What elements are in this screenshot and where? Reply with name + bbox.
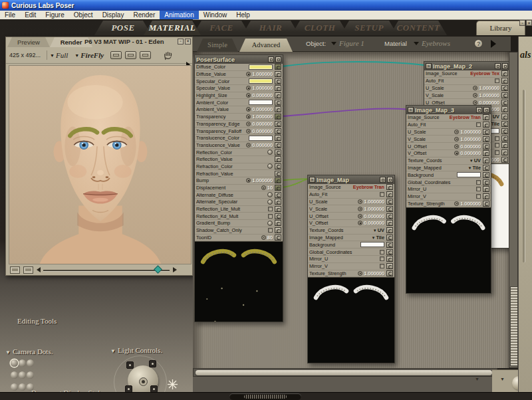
- node-plug[interactable]: [501, 114, 508, 120]
- node-param-row[interactable]: Diffuse_Value1.000000: [195, 71, 283, 78]
- node-param-row[interactable]: ToonID80: [195, 235, 283, 242]
- node-param-row[interactable]: Highlight_Size0.000000: [195, 92, 283, 100]
- color-swatch[interactable]: [249, 100, 273, 105]
- node-param-row[interactable]: Bump1.000000: [195, 177, 283, 185]
- param-dial[interactable]: [454, 137, 459, 142]
- node-param-row[interactable]: Translucence_Color: [195, 135, 283, 142]
- node-plug[interactable]: [275, 85, 281, 91]
- camera-dot[interactable]: [19, 359, 26, 367]
- camera-dot[interactable]: [11, 383, 18, 391]
- node-plug[interactable]: [386, 199, 393, 205]
- image-source-value[interactable]: Eyebrow Tran: [450, 114, 481, 120]
- camera-dot[interactable]: [11, 371, 18, 379]
- node-param-row[interactable]: U_Offset0.000000: [406, 143, 491, 150]
- frame-slider-handle[interactable]: [154, 265, 162, 274]
- node-plug[interactable]: [501, 106, 508, 112]
- node-plug[interactable]: [501, 85, 508, 91]
- node-plug[interactable]: [501, 157, 508, 163]
- node-plug[interactable]: [386, 242, 393, 248]
- node-param-row[interactable]: Auto_Fit: [424, 78, 509, 85]
- node-plug[interactable]: [501, 100, 508, 106]
- node-plug[interactable]: [501, 128, 508, 134]
- param-checkbox[interactable]: [476, 187, 481, 191]
- shader-node-editor[interactable]: PoserSurfaceDiffuse_ColorDiffuse_Value1.…: [193, 52, 509, 368]
- light-indicator[interactable]: [126, 361, 134, 369]
- node-param-row[interactable]: Image_SourceEyebrow Tex: [424, 70, 509, 78]
- node-param-row[interactable]: Auto_Fit: [308, 191, 394, 199]
- pan-hand-icon[interactable]: [164, 50, 172, 60]
- node-plug[interactable]: [386, 227, 393, 233]
- node-preview-toggle-button[interactable]: [476, 107, 482, 113]
- node-param-row[interactable]: U_Scale1.000000: [406, 129, 491, 136]
- node-plug[interactable]: [386, 184, 393, 190]
- preview-minimize-button[interactable]: ▫: [178, 39, 184, 45]
- param-dial[interactable]: [246, 72, 251, 76]
- param-knob[interactable]: [267, 221, 273, 226]
- param-dial[interactable]: [246, 107, 251, 112]
- param-checkbox[interactable]: [268, 228, 273, 233]
- node-plug[interactable]: [483, 150, 489, 156]
- color-swatch[interactable]: [249, 136, 273, 141]
- node-plug[interactable]: [275, 163, 281, 169]
- object-dropdown-icon[interactable]: [331, 42, 336, 45]
- panel-restore-button[interactable]: ▫: [519, 20, 525, 26]
- param-checkbox[interactable]: [495, 78, 499, 83]
- image-source-value[interactable]: Eyebrow Tex: [470, 70, 499, 76]
- node-param-row[interactable]: Mirror_V: [308, 263, 394, 270]
- node-param-row[interactable]: Texture_Coords▼UV: [406, 157, 491, 165]
- node-plug[interactable]: [483, 193, 489, 199]
- param-menu[interactable]: ▼UV: [469, 157, 481, 163]
- node-collapse-button[interactable]: [502, 63, 508, 69]
- param-dial[interactable]: [473, 100, 477, 105]
- param-menu[interactable]: ▼Tile: [371, 235, 384, 241]
- object-value[interactable]: Figure 1: [339, 39, 364, 47]
- param-knob[interactable]: [267, 163, 273, 169]
- color-swatch[interactable]: [249, 78, 273, 84]
- menu-file[interactable]: File: [0, 11, 20, 19]
- menu-render[interactable]: Render: [128, 11, 160, 19]
- camera-dots-label[interactable]: ▼Camera Dots.: [5, 348, 53, 355]
- param-checkbox[interactable]: [268, 214, 273, 219]
- tab-content[interactable]: CONTENT: [390, 21, 447, 35]
- horizontal-scrollbar[interactable]: [193, 368, 497, 377]
- node-plug[interactable]: [275, 128, 281, 134]
- param-dial[interactable]: [473, 93, 477, 98]
- drawer-toggle-icon[interactable]: ▼: [500, 377, 505, 381]
- render-size-dropdown[interactable]: 425 x 492...: [6, 52, 44, 58]
- node-image-map-3[interactable]: »Image_Map_3Image_SourceEyebrow TranAuto…: [406, 105, 491, 294]
- param-dial[interactable]: [246, 114, 251, 119]
- node-param-row[interactable]: Image_Mapped▼Tile: [308, 235, 394, 242]
- node-plug[interactable]: [275, 121, 281, 127]
- library-scrollbar[interactable]: [523, 90, 525, 262]
- compare-view-icon[interactable]: [10, 266, 20, 274]
- panel-close-button[interactable]: ✕: [526, 20, 532, 26]
- tab-cloth[interactable]: CLOTH: [291, 21, 348, 35]
- node-plug[interactable]: [501, 150, 508, 155]
- node-param-row[interactable]: Specular_Color: [195, 78, 283, 85]
- node-collapse-button[interactable]: [275, 56, 281, 62]
- image-source-value[interactable]: Eyebrow Tran: [353, 184, 384, 190]
- node-param-row[interactable]: Mirror_U: [406, 186, 491, 193]
- preview-close-button[interactable]: ✕: [185, 39, 191, 45]
- param-checkbox[interactable]: [476, 194, 481, 199]
- node-plug[interactable]: [275, 171, 281, 177]
- node-param-row[interactable]: Gradient_Bump: [195, 220, 283, 227]
- param-checkbox[interactable]: [495, 143, 499, 148]
- param-dial[interactable]: [358, 221, 362, 225]
- param-checkbox[interactable]: [380, 250, 384, 254]
- param-checkbox[interactable]: [268, 207, 273, 211]
- param-checkbox[interactable]: [380, 192, 384, 197]
- render-compare-icon[interactable]: [110, 51, 122, 59]
- node-plug[interactable]: [275, 206, 281, 212]
- node-plug[interactable]: [501, 142, 508, 148]
- animation-drawer-handle[interactable]: [229, 393, 301, 400]
- param-checkbox[interactable]: [495, 136, 499, 141]
- param-menu[interactable]: ▼Tile: [467, 165, 481, 171]
- node-param-row[interactable]: Mirror_V: [406, 193, 491, 201]
- node-plug[interactable]: [275, 185, 281, 191]
- param-dial[interactable]: [246, 178, 251, 183]
- node-plug[interactable]: [275, 199, 281, 205]
- node-plug[interactable]: [501, 70, 508, 76]
- node-plug[interactable]: [483, 129, 489, 135]
- node-header[interactable]: »Image_Map_2: [424, 62, 509, 70]
